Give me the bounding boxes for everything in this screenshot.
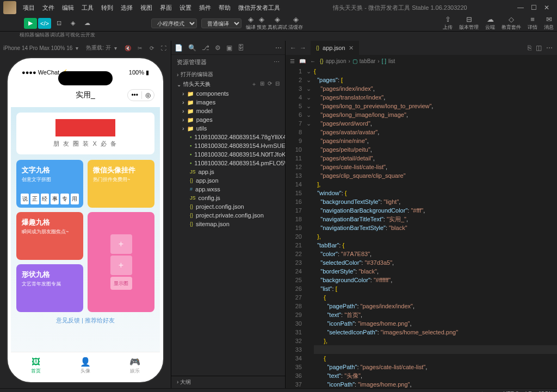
file-item[interactable]: ▪ 1108100302.480839154.N0fTJfoKPSZI43d31… [171, 150, 285, 159]
hot-reload-label[interactable]: 热重载: 开 [86, 44, 111, 52]
toolbar-right-item[interactable]: ⊟版本管理 [459, 15, 479, 31]
minimize-button[interactable]: — [517, 4, 524, 11]
folder-item[interactable]: › 📁 utils [171, 124, 285, 133]
rotate-icon[interactable]: ⟳ [148, 44, 156, 52]
toolbar-action[interactable]: ◈预览 [257, 15, 267, 31]
breadcrumb[interactable]: {}app.json › ▢ tabBar › [ ] list [320, 58, 395, 64]
menu-item[interactable]: 工具 [78, 4, 97, 12]
feedback-links[interactable]: 意见反馈 | 推荐给好友 [16, 312, 154, 329]
folder-item[interactable]: › 📁 model [171, 107, 285, 115]
menu-item[interactable]: 帮助 [215, 4, 234, 12]
db-icon[interactable]: 🗄 [238, 44, 244, 52]
app-icon [3, 1, 16, 14]
menu-item[interactable]: 编辑 [59, 4, 77, 12]
tab-close-icon[interactable]: ✕ [349, 45, 354, 52]
phone-content[interactable]: 朋 友 圈 装 X 必 备 文字九格创意文字拼图说正经事专用微信头像挂件热门挂件… [11, 107, 160, 354]
more-icon[interactable]: ⋯ [275, 44, 282, 52]
collapse-icon[interactable]: ⊟ [275, 80, 280, 88]
menu-item[interactable]: 选择 [117, 4, 136, 12]
feature-card[interactable]: 微信头像挂件热门挂件免费用~ [88, 160, 154, 208]
mute-icon[interactable]: 🔇 [124, 44, 132, 52]
expand-icon[interactable]: ⛶ [160, 44, 168, 52]
api-icon[interactable]: ⚙ [215, 44, 221, 52]
editor-toolbar: ☰ 📖 ← {}app.json › ▢ tabBar › [ ] list [286, 55, 557, 67]
explorer-panel: 📄 🔍 ⎇ ⚙ ▣ 🗄 ⋯ 资源管理器 ⋯ › 打开的编辑器 ⌄ 情头天天换 ＋… [171, 41, 286, 388]
folder-item[interactable]: › 📁 images [171, 98, 285, 107]
toolbar-right-item[interactable]: ≡详情 [528, 15, 537, 31]
refresh-icon[interactable]: ⟳ [268, 80, 272, 88]
tab-more-icon[interactable]: ⋯ [546, 44, 553, 52]
open-editors-section[interactable]: › 打开的编辑器 [171, 70, 285, 79]
file-item[interactable]: {} project.private.config.json [171, 211, 285, 220]
file-item[interactable]: {} project.config.json [171, 202, 285, 211]
toolbar-action[interactable]: ◈清缓存 [288, 15, 303, 31]
toolbar-right-item[interactable]: ◇教育套件 [502, 15, 521, 31]
split-icon[interactable]: ◫ [536, 44, 542, 52]
code-editor[interactable]: 1234567891011121314151617181920212223242… [286, 67, 557, 388]
capsule-menu[interactable]: •••◎ [127, 89, 154, 101]
feature-card[interactable]: 文字九格创意文字拼图说正经事专用 [16, 160, 83, 208]
file-item[interactable]: {} app.json [171, 176, 285, 185]
new-file-icon[interactable]: ＋ [251, 80, 257, 88]
outline-section[interactable]: › 大纲 [171, 376, 285, 388]
toolbar-right-item[interactable]: ✉消息 [544, 15, 554, 31]
new-folder-icon[interactable]: ⊞ [260, 80, 264, 88]
device-label[interactable]: iPhone 14 Pro Max 100% 16 [3, 45, 72, 51]
close-button[interactable]: ✕ [543, 4, 550, 11]
menu-item[interactable]: 视图 [137, 4, 156, 12]
visual-toggle[interactable]: ◈ [66, 18, 79, 29]
simulator-toggle[interactable]: ▶ [24, 18, 37, 29]
feature-card[interactable]: 爆趣九格瞬间成为朋友圈焦点~ [16, 212, 83, 260]
feature-card[interactable]: 形状九格文艺青年发图专属 [16, 264, 83, 312]
file-item[interactable]: JS config.js [171, 194, 285, 202]
file-item[interactable]: JS app.js [171, 167, 285, 176]
files-icon[interactable]: 📄 [175, 44, 183, 52]
nav-forward-icon[interactable]: → [300, 44, 306, 52]
cut-icon[interactable]: ✂ [136, 44, 144, 52]
menu-item[interactable]: 项目 [20, 4, 38, 12]
feature-card[interactable]: ++显示图 [88, 212, 154, 312]
cube-icon[interactable]: ▣ [226, 44, 232, 52]
file-item[interactable]: ▪ 1108100302.480839154.78gYlliX46PZ527b2… [171, 133, 285, 141]
folder-item[interactable]: › 📁 components [171, 89, 285, 98]
branch-icon[interactable]: ⎇ [202, 44, 209, 52]
folder-item[interactable]: › 📁 pages [171, 115, 285, 124]
explorer-more-icon[interactable]: ⋯ [274, 59, 280, 66]
phone-nav: 实用_ •••◎ [11, 83, 160, 107]
copy-icon[interactable]: ⎘ [528, 44, 531, 52]
editor-tab[interactable]: {} app.json ✕ [311, 41, 359, 55]
mode-select[interactable]: 小程序模式 [151, 18, 197, 28]
menu-item[interactable]: 文件 [39, 4, 58, 12]
editor-toggle[interactable]: </> [38, 18, 51, 29]
menu-item[interactable]: 插件 [196, 4, 214, 12]
nav-back-icon[interactable]: ← [290, 44, 296, 52]
menu-item[interactable]: 微信开发者工具 [235, 4, 283, 12]
file-item[interactable]: # app.wxss [171, 185, 285, 194]
banner[interactable]: 朋 友 圈 装 X 必 备 [16, 113, 154, 154]
maximize-button[interactable]: ☐ [530, 4, 537, 11]
tab-item[interactable]: 🎮娱乐 [110, 352, 160, 379]
project-section[interactable]: ⌄ 情头天天换 ＋ ⊞ ⟳ ⊟ [171, 79, 285, 89]
file-item[interactable]: ▪ 1108100302.480839154.HvmSUEEASg8u2914f… [171, 141, 285, 150]
menu-item[interactable]: 设置 [176, 4, 195, 12]
tab-item[interactable]: 👤头像 [60, 352, 110, 379]
tab-bar: ← → {} app.json ✕ ⎘ ◫ ⋯ [286, 41, 557, 55]
menu-item[interactable]: 界面 [157, 4, 175, 12]
menu-item[interactable]: 转到 [98, 4, 116, 12]
debugger-toggle[interactable]: ⊡ [52, 18, 65, 29]
file-item[interactable]: {} sitemap.json [171, 220, 285, 228]
list-icon[interactable]: ☰ [290, 58, 295, 64]
toolbar-action[interactable]: ◈编译 [246, 15, 256, 31]
tab-item[interactable]: 🖼首页 [11, 352, 60, 379]
book-icon[interactable]: 📖 [299, 58, 306, 64]
build-select[interactable]: 普通编译 [201, 18, 242, 28]
file-item[interactable]: ▪ 1108100302.480839154.pmFLO5W84cqM998f.… [171, 159, 285, 167]
nav-title: 实用_ [76, 90, 95, 100]
banner-image [55, 119, 115, 136]
back-icon[interactable]: ← [310, 58, 315, 64]
toolbar-right-item[interactable]: ⇧上传 [443, 15, 453, 31]
cloud-toggle[interactable]: ☁ [81, 18, 94, 29]
toolbar-action[interactable]: ◈真机调试 [268, 15, 287, 31]
toolbar-right-item[interactable]: ☁云端 [485, 15, 495, 31]
search-icon[interactable]: 🔍 [188, 44, 196, 52]
